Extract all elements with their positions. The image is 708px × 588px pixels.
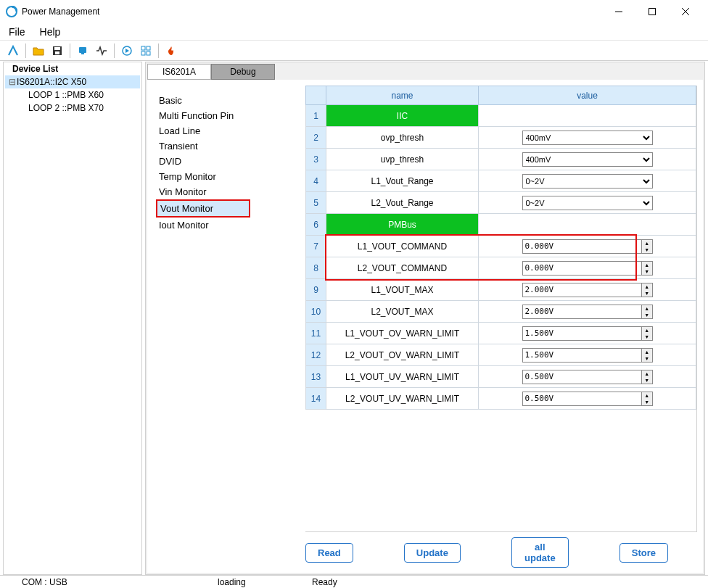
spin-up-icon[interactable]: ▲ — [642, 305, 652, 312]
spinner-input[interactable] — [523, 372, 641, 381]
param-value-cell: 400mV — [479, 127, 696, 149]
param-value-cell: ▲▼ — [479, 257, 696, 279]
spinner-input[interactable] — [523, 263, 641, 273]
spin-up-icon[interactable]: ▲ — [642, 370, 652, 377]
close-button[interactable] — [669, 0, 702, 23]
menu-help[interactable]: Help — [36, 25, 65, 39]
param-select[interactable]: 400mV — [522, 152, 653, 167]
menu-file[interactable]: File — [4, 25, 30, 39]
param-spinner[interactable]: ▲▼ — [522, 370, 653, 384]
table-row: 10L2_VOUT_MAX▲▼ — [306, 301, 696, 323]
spin-down-icon[interactable]: ▼ — [642, 268, 652, 275]
app-logo-icon[interactable] — [4, 43, 22, 59]
spinner-input[interactable] — [523, 394, 641, 403]
row-number: 3 — [306, 149, 326, 170]
col-value: value — [479, 86, 696, 105]
param-name: L1_Vout_Range — [326, 170, 479, 192]
spinner-input[interactable] — [523, 241, 641, 251]
spin-up-icon[interactable]: ▲ — [642, 240, 652, 247]
subnav-item[interactable]: Transient — [156, 138, 300, 154]
device-tree-root[interactable]: ⊟IS6201A::I2C X50 — [5, 75, 140, 88]
spin-down-icon[interactable]: ▼ — [642, 377, 652, 384]
subnav-item[interactable]: Multi Function Pin — [156, 108, 300, 123]
subnav-item[interactable]: Temp Monitor — [156, 169, 300, 184]
spinner-input[interactable] — [523, 328, 641, 338]
update-button[interactable]: Update — [404, 543, 461, 563]
collapse-icon[interactable]: ⊟ — [8, 77, 17, 87]
param-spinner[interactable]: ▲▼ — [522, 239, 653, 254]
param-select[interactable]: 0~2V — [522, 174, 653, 189]
table-row: 13L1_VOUT_UV_WARN_LIMIT▲▼ — [306, 366, 696, 388]
param-value-cell: 0~2V — [479, 192, 696, 214]
spin-up-icon[interactable]: ▲ — [642, 349, 652, 355]
window-title: Power Management — [22, 7, 602, 17]
separator — [70, 44, 70, 58]
subnav-item[interactable]: Vin Monitor — [156, 184, 300, 199]
table-row: 12L2_VOUT_OV_WARN_LIMIT▲▼ — [306, 344, 696, 366]
svg-rect-14 — [147, 51, 150, 55]
subnav-item[interactable]: Load Line — [156, 123, 300, 138]
device-tree-child[interactable]: LOOP 1 ::PMB X60 — [5, 88, 140, 102]
spinner-input[interactable] — [523, 307, 641, 316]
spin-down-icon[interactable]: ▼ — [642, 312, 652, 318]
spin-down-icon[interactable]: ▼ — [642, 290, 652, 297]
spin-up-icon[interactable]: ▲ — [642, 327, 652, 334]
spinner-input[interactable] — [523, 350, 641, 360]
param-value-cell: 400mV — [479, 149, 696, 170]
param-name: L2_VOUT_MAX — [326, 301, 479, 323]
param-spinner[interactable]: ▲▼ — [522, 305, 653, 319]
subnav-item[interactable]: Vout Monitor — [156, 199, 250, 218]
param-select[interactable]: 0~2V — [522, 196, 653, 210]
read-button[interactable]: Read — [305, 543, 353, 563]
grid-icon[interactable] — [137, 43, 155, 59]
spin-down-icon[interactable]: ▼ — [642, 334, 652, 340]
spinner-input[interactable] — [523, 285, 641, 294]
spin-up-icon[interactable]: ▲ — [642, 262, 652, 268]
content-area: BasicMulti Function PinLoad LineTransien… — [147, 80, 703, 573]
folder-open-icon[interactable] — [30, 43, 47, 59]
fire-icon[interactable] — [162, 43, 180, 59]
row-number: 11 — [306, 323, 326, 344]
spin-up-icon[interactable]: ▲ — [642, 392, 652, 399]
row-number: 1 — [306, 105, 326, 127]
play-icon[interactable] — [118, 43, 136, 59]
svg-rect-12 — [147, 46, 150, 50]
param-spinner[interactable]: ▲▼ — [522, 261, 653, 276]
param-spinner[interactable]: ▲▼ — [522, 348, 653, 363]
param-name: L2_VOUT_UV_WARN_LIMIT — [326, 388, 479, 410]
store-button[interactable]: Store — [620, 543, 668, 563]
spin-up-icon[interactable]: ▲ — [642, 283, 652, 290]
tab-debug[interactable]: Debug — [211, 64, 275, 80]
subnav-item[interactable]: Basic — [156, 93, 300, 108]
table-row: 11L1_VOUT_OV_WARN_LIMIT▲▼ — [306, 323, 696, 344]
table-row: 5L2_Vout_Range0~2V — [306, 192, 696, 214]
spin-down-icon[interactable]: ▼ — [642, 247, 652, 253]
maximize-button[interactable] — [635, 0, 669, 23]
param-select[interactable]: 400mV — [522, 131, 653, 145]
app-logo-icon — [6, 6, 17, 17]
workspace: Device List ⊟IS6201A::I2C X50 LOOP 1 ::P… — [3, 62, 705, 575]
minimize-button[interactable] — [602, 0, 635, 23]
activity-icon[interactable] — [93, 43, 110, 59]
tab-is6201a[interactable]: IS6201A — [147, 64, 211, 80]
table-row: 7L1_VOUT_COMMAND▲▼ — [306, 236, 696, 257]
param-spinner[interactable]: ▲▼ — [522, 326, 653, 341]
device-list-title: Device List — [5, 64, 140, 75]
param-name: PMBus — [326, 214, 479, 236]
spin-down-icon[interactable]: ▼ — [642, 399, 652, 405]
param-name: L2_Vout_Range — [326, 192, 479, 214]
spin-down-icon[interactable]: ▼ — [642, 355, 652, 362]
param-value-cell: ▲▼ — [479, 366, 696, 388]
row-number: 7 — [306, 236, 326, 257]
subnav-item[interactable]: DVID — [156, 154, 300, 169]
param-spinner[interactable]: ▲▼ — [522, 283, 653, 297]
device-icon[interactable] — [74, 43, 91, 59]
table-row: 14L2_VOUT_UV_WARN_LIMIT▲▼ — [306, 388, 696, 410]
param-spinner[interactable]: ▲▼ — [522, 392, 653, 406]
row-number: 2 — [306, 127, 326, 149]
device-tree-child[interactable]: LOOP 2 ::PMB X70 — [5, 102, 140, 115]
all-update-button[interactable]: all update — [511, 537, 569, 568]
subnav-item[interactable]: Iout Monitor — [156, 218, 300, 233]
save-icon[interactable] — [49, 43, 66, 59]
grid-area: name value 1IIC2ovp_thresh400mV3uvp_thre… — [300, 80, 703, 573]
